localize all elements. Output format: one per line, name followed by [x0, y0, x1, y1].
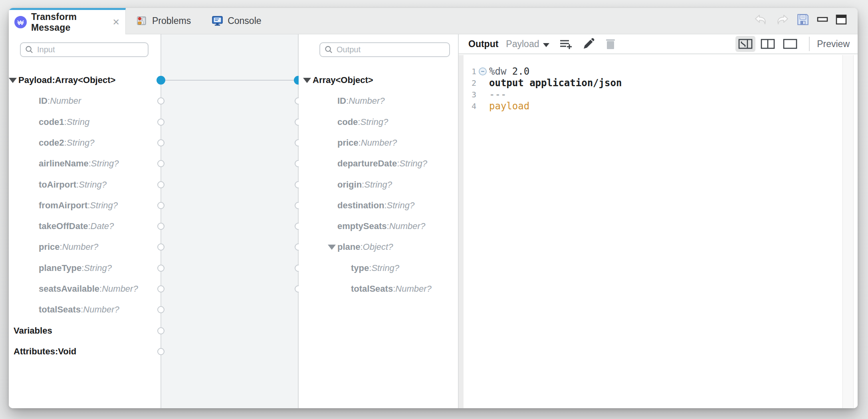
- output-target-selector[interactable]: Payload: [506, 39, 539, 49]
- toolbar-divider: [809, 37, 810, 51]
- node-separator: :: [55, 346, 58, 357]
- node-label: seatsAvailable: [39, 284, 99, 294]
- output-tree-item-ID[interactable]: ID : Number?: [299, 91, 458, 111]
- input-tree-item-toAirport[interactable]: toAirport : String?: [9, 174, 161, 195]
- node-type: Number?: [389, 221, 425, 231]
- view-mapping-button[interactable]: [735, 36, 755, 52]
- code-text: ---: [489, 89, 506, 100]
- open-port-Attributes[interactable]: [157, 348, 164, 355]
- input-tree-item-fromAirport[interactable]: fromAirport : String?: [9, 195, 161, 216]
- node-type: String?: [84, 263, 112, 273]
- close-tab-icon[interactable]: ✕: [109, 17, 120, 28]
- connected-port-Payload[interactable]: [157, 76, 165, 85]
- node-type: String?: [91, 158, 119, 169]
- tab-transform-message[interactable]: Transform Message ✕: [9, 8, 126, 34]
- desktop-background: Transform Message ✕ Problems: [0, 0, 868, 419]
- view-columns-button[interactable]: [758, 36, 778, 52]
- output-tree-item-type[interactable]: type : String?: [299, 258, 458, 279]
- output-tree-item-departureDate[interactable]: departureDate : String?: [299, 153, 458, 174]
- node-type: String?: [399, 158, 427, 169]
- mapping-canvas[interactable]: [161, 34, 299, 408]
- node-type: Number: [50, 96, 81, 106]
- output-tree-item-origin[interactable]: origin : String?: [299, 174, 458, 195]
- output-tree-item-destination[interactable]: destination : String?: [299, 195, 458, 216]
- open-port-fromAirport[interactable]: [157, 202, 164, 209]
- node-label: Attributes: [14, 346, 55, 357]
- expanded-triangle-icon[interactable]: [328, 245, 336, 250]
- node-type: Void: [58, 346, 76, 357]
- node-label: origin: [337, 180, 362, 190]
- line-number: 1: [464, 67, 479, 76]
- open-port-takeOffDate[interactable]: [157, 223, 164, 230]
- input-tree-item-Variables[interactable]: Variables: [9, 320, 161, 341]
- output-tree-item-emptySeats[interactable]: emptySeats : Number?: [299, 216, 458, 237]
- tab-label: Console: [228, 16, 261, 26]
- open-port-ID[interactable]: [157, 97, 164, 105]
- code-lines: 1%dw 2.02output application/json3---4pay…: [464, 55, 840, 112]
- preview-toggle[interactable]: Preview: [817, 39, 850, 49]
- code-line-1[interactable]: 1%dw 2.0: [464, 65, 840, 77]
- code-line-4[interactable]: 4payload: [464, 100, 840, 112]
- node-label: emptySeats: [337, 221, 387, 231]
- input-tree-item-takeOffDate[interactable]: takeOffDate : Date?: [9, 216, 161, 237]
- open-port-code1[interactable]: [157, 119, 164, 126]
- node-label: Array<Object>: [313, 75, 373, 85]
- node-label: departureDate: [337, 158, 397, 169]
- view-single-button[interactable]: [780, 36, 800, 52]
- open-port-Variables[interactable]: [157, 327, 164, 334]
- output-tree-item-totalSeats[interactable]: totalSeats : Number?: [299, 279, 458, 299]
- input-tree-item-totalSeats[interactable]: totalSeats : Number?: [9, 299, 161, 320]
- open-port-planeType[interactable]: [157, 265, 164, 272]
- pencil-icon[interactable]: [582, 38, 595, 50]
- code-line-3[interactable]: 3---: [464, 89, 840, 100]
- dataweave-code-area[interactable]: 1%dw 2.02output application/json3---4pay…: [459, 55, 858, 408]
- expanded-triangle-icon[interactable]: [303, 78, 311, 83]
- node-type: String?: [386, 200, 414, 211]
- undo-icon: [754, 14, 768, 26]
- input-tree-item-seatsAvailable[interactable]: seatsAvailable : Number?: [9, 279, 161, 299]
- fold-collapse-icon[interactable]: [479, 67, 489, 75]
- input-tree-item-code2[interactable]: code2 : String?: [9, 132, 161, 153]
- expanded-triangle-icon[interactable]: [9, 78, 17, 83]
- input-tree-item-code1[interactable]: code1 : String: [9, 112, 161, 132]
- tab-problems[interactable]: Problems: [126, 8, 201, 34]
- node-label: toAirport: [39, 180, 76, 190]
- node-label: totalSeats: [39, 304, 81, 315]
- input-tree-item-planeType[interactable]: planeType : String?: [9, 258, 161, 279]
- node-label: price: [337, 138, 359, 148]
- minimize-icon[interactable]: [816, 14, 828, 26]
- node-type: String?: [364, 180, 392, 190]
- maximize-icon[interactable]: [835, 14, 847, 26]
- editor-header: Output Payload: [459, 34, 858, 54]
- input-tree-item-airlineName[interactable]: airlineName : String?: [9, 153, 161, 174]
- node-label: takeOffDate: [39, 221, 88, 231]
- open-port-toAirport[interactable]: [157, 181, 164, 188]
- code-line-2[interactable]: 2output application/json: [464, 77, 840, 89]
- tab-console[interactable]: Console: [201, 8, 271, 34]
- editor-scrollbar[interactable]: [842, 55, 854, 408]
- input-tree-item-price[interactable]: price : Number?: [9, 237, 161, 257]
- save-icon[interactable]: [796, 13, 810, 26]
- node-type: Number?: [102, 284, 138, 294]
- caret-down-icon[interactable]: [543, 43, 549, 47]
- output-tree-item-Array<Object>[interactable]: Array<Object>: [299, 70, 458, 91]
- mapping-connection[interactable]: [161, 80, 298, 81]
- open-port-airlineName[interactable]: [157, 160, 164, 167]
- add-list-icon[interactable]: [559, 38, 573, 50]
- node-label: totalSeats: [351, 284, 393, 294]
- output-tree-item-price[interactable]: price : Number?: [299, 132, 458, 153]
- output-tree-item-plane[interactable]: plane : Object?: [299, 237, 458, 257]
- code-text: output application/json: [489, 77, 622, 89]
- tab-label: Transform Message: [31, 12, 105, 33]
- open-port-price[interactable]: [157, 243, 164, 251]
- open-port-code2[interactable]: [157, 139, 164, 146]
- output-tree-item-code[interactable]: code : String?: [299, 112, 458, 132]
- node-label: price: [39, 242, 60, 252]
- input-tree-item-ID[interactable]: ID : Number: [9, 91, 161, 111]
- open-port-seatsAvailable[interactable]: [157, 285, 164, 293]
- node-type: Number?: [361, 138, 397, 148]
- input-tree-item-Payload[interactable]: Payload : Array<Object>: [9, 70, 161, 91]
- input-tree-item-Attributes[interactable]: Attributes : Void: [9, 341, 161, 362]
- open-port-totalSeats[interactable]: [157, 306, 164, 313]
- input-tree: Payload : Array<Object>ID : Numbercode1 …: [9, 34, 161, 408]
